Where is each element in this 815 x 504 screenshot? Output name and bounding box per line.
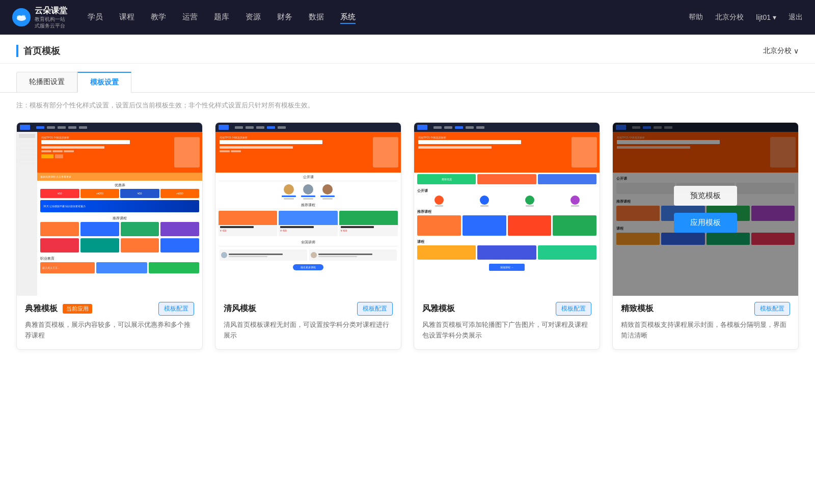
template-desc-fengya: 风雅首页模板可添加轮播图下广告图片，可对课程及课程包设置学科分类展示 [422, 320, 591, 341]
page-content: 首页模板 北京分校 ∨ 轮播图设置 模板设置 注：模板有部分个性化样式设置，设置… [0, 35, 815, 504]
nav-item-teaching[interactable]: 教学 [151, 10, 166, 24]
nav-item-operations[interactable]: 运营 [182, 10, 198, 24]
nav-item-question[interactable]: 题库 [214, 10, 229, 24]
preview-template-btn[interactable]: 预览模板 [674, 186, 737, 206]
branch-link[interactable]: 北京分校 [715, 13, 744, 22]
templates-grid: 托福TPO1-54真题及解析 [0, 118, 815, 366]
template-card-fengya: 托福TPO1-54真题及解析 最新优选 [414, 122, 600, 350]
template-name-label-qingfeng: 清风模板 [224, 303, 256, 314]
nav-item-system[interactable]: 系统 [340, 10, 356, 24]
note-text: 注：模板有部分个性化样式设置，设置后仅当前模板生效；非个性化样式设置后只针对所有… [0, 93, 815, 118]
template-overlay-jingzhi: 预览模板 应用模板 [613, 123, 798, 296]
template-name-label-fengya: 风雅模板 [422, 303, 455, 314]
user-dropdown[interactable]: lijt01 ▾ [756, 13, 776, 21]
svg-point-2 [21, 15, 25, 17]
nav-item-resources[interactable]: 资源 [246, 10, 261, 24]
nav-item-data[interactable]: 数据 [309, 10, 324, 24]
template-name-row-fengya: 风雅模板 模板配置 [422, 302, 591, 316]
template-preview-qingfeng: 托福TPO1-54真题及解析 公开课 [215, 123, 401, 296]
template-preview-dianye: 托福TPO1-54真题及解析 [17, 123, 202, 296]
svg-point-1 [17, 15, 22, 18]
nav-item-finance[interactable]: 财务 [277, 10, 292, 24]
nav-items: 学员 课程 教学 运营 题库 资源 财务 数据 系统 [88, 10, 356, 24]
chevron-down-icon: ▾ [773, 13, 776, 21]
chevron-down-icon: ∨ [794, 47, 799, 55]
current-badge-dianye: 当前应用 [63, 304, 92, 314]
help-link[interactable]: 帮助 [689, 13, 703, 22]
template-name-label-jingzhi: 精致模板 [621, 303, 654, 314]
template-name-row-jingzhi: 精致模板 模板配置 [621, 302, 790, 316]
template-desc-jingzhi: 精致首页模板支持课程展示封面，各模板分隔明显，界面简洁清晰 [621, 320, 790, 341]
template-desc-qingfeng: 清风首页模板课程无封面，可设置按学科分类对课程进行展示 [224, 320, 393, 341]
logo-text: 云朵课堂 教育机构一站 式服务云平台 [35, 6, 67, 30]
template-name-label-dianye: 典雅模板 [25, 303, 58, 314]
template-config-btn-qingfeng[interactable]: 模板配置 [357, 302, 393, 316]
template-footer-jingzhi: 精致模板 模板配置 精致首页模板支持课程展示封面，各模板分隔明显，界面简洁清晰 [613, 296, 798, 349]
navbar: 云朵课堂 教育机构一站 式服务云平台 学员 课程 教学 运营 题库 资源 财务 … [0, 0, 815, 35]
tabs-container: 轮播图设置 模板设置 [0, 64, 815, 93]
template-card-dianye: 托福TPO1-54真题及解析 [16, 122, 203, 350]
apply-template-btn[interactable]: 应用模板 [674, 213, 737, 233]
template-card-jingzhi: 托福TPO1-54真题及解析 公开课 [612, 122, 799, 350]
branch-selector[interactable]: 北京分校 ∨ [763, 46, 799, 55]
template-footer-fengya: 风雅模板 模板配置 风雅首页模板可添加轮播图下广告图片，可对课程及课程包设置学科… [414, 296, 600, 349]
tab-carousel[interactable]: 轮播图设置 [16, 72, 77, 92]
template-config-btn-dianye[interactable]: 模板配置 [158, 302, 194, 316]
logo: 云朵课堂 教育机构一站 式服务云平台 [12, 6, 67, 30]
tab-template[interactable]: 模板设置 [77, 72, 131, 93]
template-preview-jingzhi: 托福TPO1-54真题及解析 公开课 [613, 123, 798, 296]
logo-icon [12, 8, 31, 26]
template-footer-qingfeng: 清风模板 模板配置 清风首页模板课程无封面，可设置按学科分类对课程进行展示 [215, 296, 401, 349]
navbar-right: 帮助 北京分校 lijt01 ▾ 退出 [689, 13, 803, 22]
mini-logo [20, 125, 30, 130]
navbar-left: 云朵课堂 教育机构一站 式服务云平台 学员 课程 教学 运营 题库 资源 财务 … [12, 6, 356, 30]
logout-link[interactable]: 退出 [789, 13, 803, 22]
nav-item-student[interactable]: 学员 [88, 10, 103, 24]
template-card-qingfeng: 托福TPO1-54真题及解析 公开课 [215, 122, 401, 350]
template-footer-dianye: 典雅模板 当前应用 模板配置 典雅首页模板，展示内容较多，可以展示优惠券和多个推… [17, 296, 202, 349]
nav-item-course[interactable]: 课程 [119, 10, 134, 24]
template-name-row-qingfeng: 清风模板 模板配置 [224, 302, 393, 316]
template-config-btn-fengya[interactable]: 模板配置 [556, 302, 591, 316]
template-preview-fengya: 托福TPO1-54真题及解析 最新优选 [414, 123, 600, 296]
template-config-btn-jingzhi[interactable]: 模板配置 [754, 302, 790, 316]
template-name-row-dianye: 典雅模板 当前应用 模板配置 [25, 302, 194, 316]
template-desc-dianye: 典雅首页模板，展示内容较多，可以展示优惠券和多个推荐课程 [25, 320, 194, 341]
page-header: 首页模板 北京分校 ∨ [0, 35, 815, 64]
page-title: 首页模板 [16, 45, 60, 57]
